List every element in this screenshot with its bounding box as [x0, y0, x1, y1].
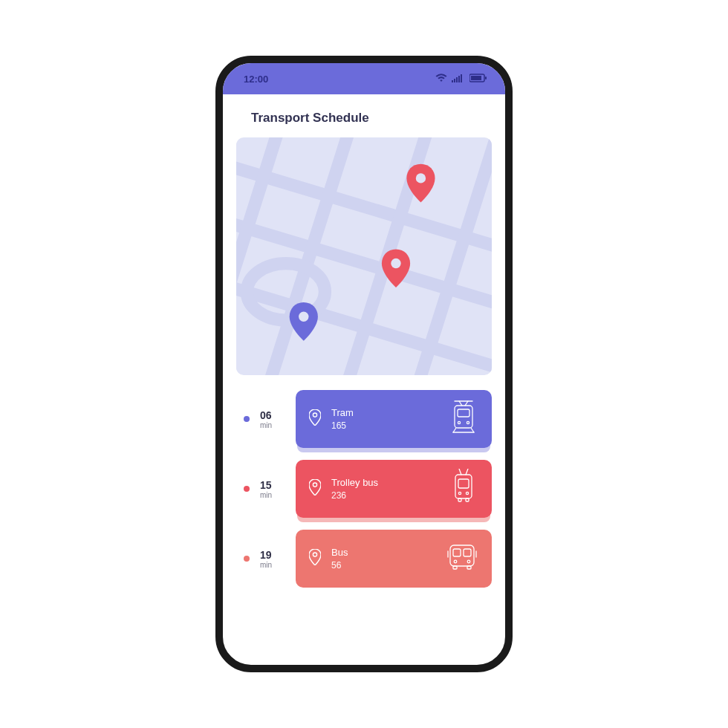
time-unit: min	[260, 421, 272, 429]
svg-rect-42	[453, 549, 461, 556]
transport-name: Tram	[331, 407, 354, 418]
time-value: 15	[260, 479, 272, 491]
phone-frame: 12:00 Transport Schedule	[215, 56, 513, 672]
tram-icon	[449, 400, 478, 438]
svg-rect-1	[454, 79, 455, 82]
transport-name: Bus	[331, 547, 348, 558]
time-column: 06 min	[260, 409, 285, 429]
transport-name: Trolley bus	[331, 477, 378, 488]
svg-rect-43	[464, 549, 471, 556]
trolleybus-icon	[449, 469, 478, 509]
svg-point-19	[299, 312, 308, 322]
time-value: 19	[260, 549, 272, 561]
svg-rect-49	[467, 566, 471, 569]
svg-rect-25	[458, 409, 469, 417]
time-unit: min	[260, 561, 272, 569]
time-column: 15 min	[260, 479, 285, 499]
schedule-row-bus: 19 min Bus 56	[244, 530, 492, 588]
svg-rect-3	[458, 76, 460, 82]
time-column: 19 min	[260, 549, 285, 569]
transport-card-trolleybus[interactable]: Trolley bus 236	[296, 460, 492, 518]
svg-point-26	[458, 421, 460, 423]
svg-line-33	[466, 469, 468, 475]
svg-rect-6	[471, 76, 481, 80]
svg-point-31	[313, 483, 316, 487]
svg-point-36	[458, 492, 461, 494]
svg-point-40	[313, 553, 316, 556]
transport-number: 236	[331, 490, 378, 501]
svg-rect-38	[458, 498, 461, 501]
svg-point-18	[391, 259, 400, 268]
time-unit: min	[260, 491, 272, 499]
svg-point-44	[454, 560, 457, 563]
battery-icon	[469, 72, 487, 85]
status-dot	[244, 556, 250, 562]
transport-card-tram[interactable]: Tram 165	[296, 390, 492, 448]
svg-line-23	[465, 401, 468, 406]
pin-icon	[309, 479, 321, 498]
transport-number: 165	[331, 420, 354, 431]
svg-point-27	[467, 421, 469, 423]
status-icons	[435, 72, 487, 85]
page-title: Transport Schedule	[223, 94, 505, 137]
svg-point-45	[467, 560, 470, 563]
svg-rect-7	[485, 77, 487, 79]
svg-point-37	[466, 492, 468, 494]
signal-icon	[452, 72, 465, 85]
svg-rect-48	[453, 566, 457, 569]
svg-rect-2	[456, 77, 458, 82]
map-svg	[236, 137, 492, 375]
transport-number: 56	[331, 560, 348, 571]
transport-card-bus[interactable]: Bus 56	[296, 530, 492, 588]
svg-line-29	[453, 428, 456, 432]
map-view[interactable]	[236, 137, 492, 375]
svg-rect-39	[466, 498, 469, 501]
bus-icon	[446, 542, 478, 575]
status-bar: 12:00	[223, 63, 505, 94]
schedule-list: 06 min Tram 165	[223, 390, 505, 588]
svg-point-17	[416, 173, 426, 183]
schedule-row-tram: 06 min Tram 165	[244, 390, 492, 448]
svg-point-20	[313, 413, 316, 417]
svg-rect-4	[461, 74, 462, 82]
status-dot	[244, 416, 250, 422]
schedule-row-trolleybus: 15 min Trolley bus 236	[244, 460, 492, 518]
svg-rect-35	[458, 479, 469, 488]
svg-line-32	[459, 469, 461, 475]
pin-icon	[309, 409, 321, 429]
pin-icon	[309, 549, 321, 568]
time-value: 06	[260, 409, 272, 421]
wifi-icon	[435, 72, 447, 85]
svg-rect-34	[455, 475, 472, 498]
status-dot	[244, 486, 250, 492]
svg-line-22	[459, 401, 462, 406]
status-time: 12:00	[244, 74, 268, 85]
svg-line-30	[471, 428, 474, 432]
svg-rect-0	[452, 80, 453, 82]
